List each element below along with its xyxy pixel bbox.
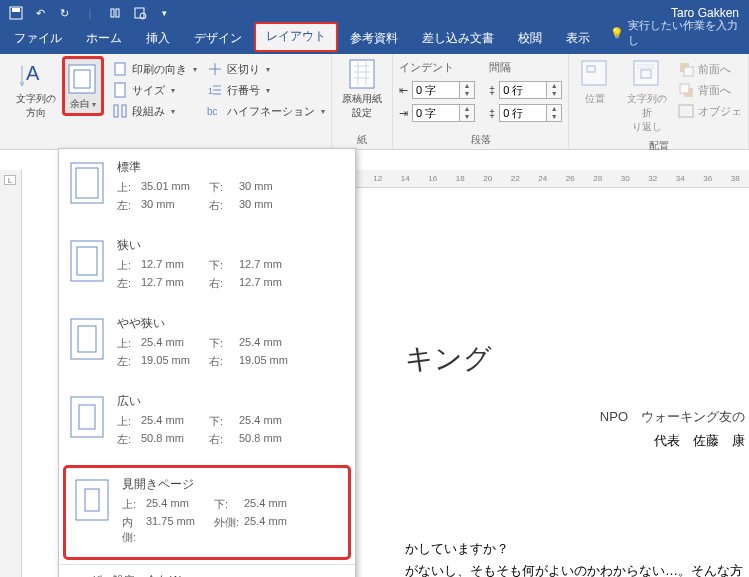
manuscript-group-label: 紙 [338,130,386,149]
breaks-button[interactable]: 区切り▾ [207,60,325,78]
margins-button[interactable]: 余白▾ [62,56,104,116]
svg-rect-9 [115,63,125,75]
indent-right-icon: ⇥ [399,107,408,120]
svg-rect-8 [74,70,90,88]
indent-left-icon: ⇤ [399,84,408,97]
svg-rect-24 [679,105,693,117]
qat-more-icon[interactable]: ▾ [154,3,174,23]
margins-option-title: 見開きページ [122,476,342,493]
undo-icon[interactable]: ↶ [30,3,50,23]
margins-option-4[interactable]: 見開きページ 上:25.4 mm下:25.4 mm 内側:31.75 mm外側:… [63,465,351,560]
tab-references[interactable]: 参考資料 [338,24,410,54]
manuscript-button[interactable]: 原稿用紙 設定 [338,56,386,122]
ruler-corner: L [4,175,16,185]
svg-rect-21 [684,67,693,76]
selection-pane-button[interactable]: オブジェ [678,102,742,120]
tab-home[interactable]: ホーム [74,24,134,54]
wrap-text-button[interactable]: 文字列の折 り返し [621,56,672,136]
doc-body1: かしていますか？ [405,540,749,558]
svg-rect-23 [680,84,689,93]
svg-rect-15 [350,60,374,88]
spacing-after-icon: ‡ [489,107,495,119]
tab-view[interactable]: 表示 [554,24,602,54]
tab-review[interactable]: 校閲 [506,24,554,54]
svg-rect-16 [582,61,606,85]
svg-rect-19 [641,70,651,78]
margins-option-icon [72,476,112,524]
svg-rect-2 [111,9,114,17]
doc-org: NPO ウォーキング友の [405,408,749,426]
margins-option-title: 狭い [117,237,347,254]
size-button[interactable]: サイズ▾ [112,81,197,99]
bring-forward-button[interactable]: 前面へ [678,60,742,78]
text-direction-button[interactable]: A 文字列の 方向 [12,56,60,122]
margins-option-icon [67,159,107,207]
svg-rect-30 [78,326,96,352]
line-numbers-button[interactable]: 1行番号▾ [207,81,325,99]
svg-rect-10 [115,83,125,97]
svg-rect-26 [76,168,98,198]
svg-text:1: 1 [208,86,213,96]
margins-dropdown: 標準 上:35.01 mm下:30 mm 左:30 mm右:30 mm 狭い 上… [58,148,356,577]
svg-rect-11 [114,105,118,117]
indent-header: インデント [399,60,475,77]
margins-option-1[interactable]: 狭い 上:12.7 mm下:12.7 mm 左:12.7 mm右:12.7 mm [59,227,355,305]
margins-option-title: 広い [117,393,347,410]
tab-design[interactable]: デザイン [182,24,254,54]
doc-rep: 代表 佐藤 康 [405,432,749,450]
document-area[interactable]: キング NPO ウォーキング友の 代表 佐藤 康 かしていますか？ がないし、そ… [365,190,749,577]
indent-left-input[interactable]: ▲▼ [412,81,475,99]
tab-layout[interactable]: レイアウト [254,22,338,52]
svg-rect-3 [116,9,119,17]
margins-option-0[interactable]: 標準 上:35.01 mm下:30 mm 左:30 mm右:30 mm [59,149,355,227]
svg-text:A: A [26,62,40,84]
send-backward-button[interactable]: 背面へ [678,81,742,99]
qat-icon[interactable] [106,3,126,23]
paragraph-group-label: 段落 [399,130,562,149]
margins-option-icon [67,315,107,363]
arrange-group-label: 配置 [575,136,742,155]
svg-text:bc: bc [207,106,218,117]
margins-option-icon [67,237,107,285]
redo-icon[interactable]: ↻ [54,3,74,23]
margins-option-title: 標準 [117,159,347,176]
margins-option-2[interactable]: やや狭い 上:25.4 mm下:25.4 mm 左:19.05 mm右:19.0… [59,305,355,383]
svg-rect-34 [85,489,99,511]
position-button[interactable]: 位置 [575,56,615,108]
spacing-header: 間隔 [489,60,562,77]
hyphenation-button[interactable]: bcハイフネーション▾ [207,102,325,120]
vertical-ruler [0,170,22,577]
margins-option-icon [67,393,107,441]
columns-button[interactable]: 段組み▾ [112,102,197,120]
spacing-before-input[interactable]: ▲▼ [499,81,562,99]
margins-option-3[interactable]: 広い 上:25.4 mm下:25.4 mm 左:50.8 mm右:50.8 mm [59,383,355,461]
margins-option-title: やや狭い [117,315,347,332]
svg-rect-12 [122,105,126,117]
orientation-button[interactable]: 印刷の向き▾ [112,60,197,78]
svg-rect-17 [587,66,595,72]
indent-right-input[interactable]: ▲▼ [412,104,475,122]
doc-body2: がないし、そもそも何がよいのかわからない…。そんな方にお勧 [405,562,749,577]
qat-preview-icon[interactable] [130,3,150,23]
custom-margins[interactable]: ユーザー設定の余白(A)... [59,564,355,577]
doc-heading: キング [405,340,749,378]
spacing-before-icon: ‡ [489,84,495,96]
horizontal-ruler: 1214161820222426283032343638 [356,170,749,188]
tab-file[interactable]: ファイル [2,24,74,54]
save-icon[interactable] [6,3,26,23]
svg-rect-28 [77,247,97,275]
tell-me[interactable]: 💡実行したい作業を入力し [602,12,747,54]
svg-rect-1 [12,8,20,12]
tab-insert[interactable]: 挿入 [134,24,182,54]
tab-mailings[interactable]: 差し込み文書 [410,24,506,54]
svg-rect-32 [79,405,95,429]
spacing-after-input[interactable]: ▲▼ [499,104,562,122]
